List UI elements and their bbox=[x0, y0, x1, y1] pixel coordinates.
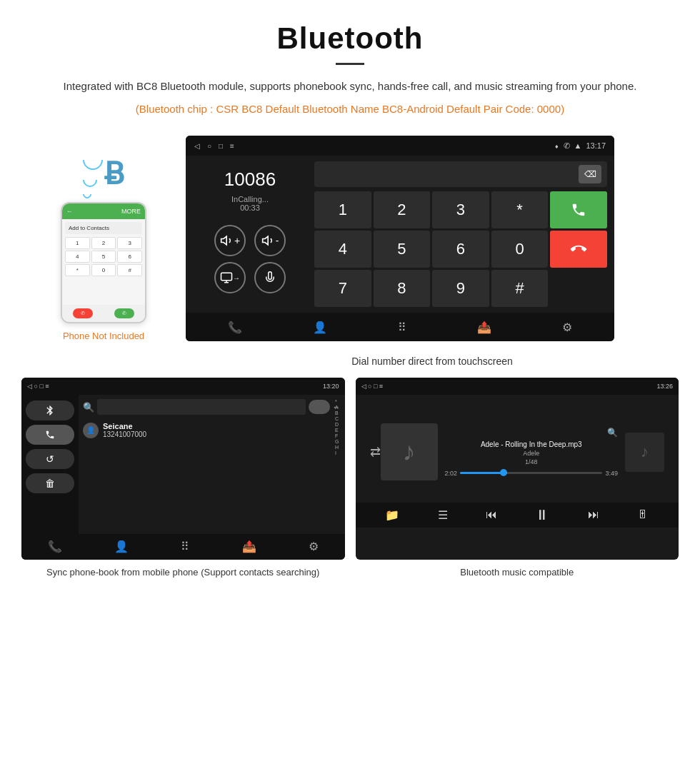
phone-end-btn[interactable]: ✆ bbox=[73, 308, 93, 318]
song-info: 🔍 Adele - Rolling In the Deep.mp3 Adele … bbox=[438, 428, 626, 477]
keypad-input-row: ⌫ bbox=[314, 161, 607, 187]
alpha-B: B bbox=[335, 410, 339, 415]
dial-main: 10086 InCalling... 00:33 + bbox=[186, 156, 614, 307]
pb-search-icon: 🔍 bbox=[83, 402, 94, 413]
end-call-btn[interactable] bbox=[550, 231, 607, 268]
pb-back-icon: ◁ ○ □ ≡ bbox=[27, 383, 49, 390]
nav-phone-icon[interactable]: 📞 bbox=[228, 321, 242, 334]
nav-contacts-icon[interactable]: 👤 bbox=[313, 321, 327, 334]
prev-icon[interactable]: ⏮ bbox=[486, 508, 497, 521]
phone-key[interactable]: * bbox=[65, 264, 90, 276]
music-caption: Bluetooth music compatible bbox=[356, 565, 679, 580]
volume-up-btn[interactable]: + bbox=[214, 225, 246, 256]
progress-bar[interactable] bbox=[460, 472, 602, 474]
key-8[interactable]: 8 bbox=[374, 270, 431, 307]
list-icon[interactable]: ☰ bbox=[438, 508, 448, 522]
dial-screen: ◁ ○ □ ≡ ⬧ ✆ ▲ 13:17 10086 InCalling... bbox=[186, 136, 614, 341]
alpha-G: G bbox=[335, 439, 339, 444]
pb-delete-icon[interactable]: 🗑 bbox=[26, 473, 74, 493]
search-icon-right[interactable]: 🔍 bbox=[445, 428, 619, 438]
folder-icon[interactable]: 📁 bbox=[385, 508, 399, 522]
keypad-grid: 1 2 3 * 4 5 6 0 bbox=[314, 191, 607, 307]
phone-key[interactable]: 6 bbox=[117, 251, 142, 263]
answer-btn[interactable] bbox=[550, 191, 607, 228]
pb-status-bar: ◁ ○ □ ≡ 13:20 bbox=[21, 378, 345, 395]
key-2[interactable]: 2 bbox=[374, 191, 431, 228]
key-9[interactable]: 9 bbox=[432, 270, 489, 307]
pb-content: 🔍 ← 👤 Seicane 13241007000 bbox=[79, 395, 345, 534]
shuffle-icon-left[interactable]: ⇄ bbox=[370, 444, 381, 460]
alpha-E: E bbox=[335, 428, 339, 433]
back-icon: ◁ bbox=[194, 142, 200, 150]
dial-screen-wrap: ◁ ○ □ ≡ ⬧ ✆ ▲ 13:17 10086 InCalling... bbox=[186, 136, 679, 341]
phone-top-bar: ← MORE bbox=[62, 203, 145, 219]
middle-section: Ƀ ← MORE Add to Contacts 1 2 3 4 5 6 * 0 bbox=[0, 128, 700, 348]
phone-key[interactable]: 2 bbox=[91, 237, 116, 249]
bluetooth-icon-area: Ƀ bbox=[83, 150, 125, 198]
page-header: Bluetooth Integrated with BC8 Bluetooth … bbox=[0, 0, 700, 128]
svg-marker-1 bbox=[262, 236, 268, 245]
nav-transfer-icon[interactable]: 📤 bbox=[477, 321, 491, 334]
bluetooth-symbol: Ƀ bbox=[104, 159, 125, 189]
pb-nav-settings[interactable]: ⚙ bbox=[309, 540, 319, 553]
pb-main: ↺ 🗑 🔍 ← 👤 Seicane bbox=[21, 395, 345, 534]
pb-nav-contact[interactable]: 👤 bbox=[114, 540, 129, 553]
phone-key[interactable]: 4 bbox=[65, 251, 90, 263]
pb-sync-icon[interactable]: ↺ bbox=[26, 449, 74, 469]
time-total: 3:49 bbox=[605, 470, 618, 477]
pb-time: 13:20 bbox=[323, 383, 339, 390]
eq-icon[interactable]: 🎚 bbox=[637, 508, 649, 521]
svg-rect-2 bbox=[221, 273, 232, 281]
phone-key[interactable]: 0 bbox=[91, 264, 116, 276]
page-title: Bluetooth bbox=[57, 21, 643, 56]
pb-search-bar[interactable] bbox=[97, 399, 306, 415]
pb-call-icon[interactable] bbox=[26, 425, 74, 445]
progress-row: 2:02 3:49 bbox=[445, 470, 619, 477]
call-icon: ✆ bbox=[564, 141, 570, 151]
pb-contact-item[interactable]: 👤 Seicane 13241007000 bbox=[83, 419, 341, 441]
volume-down-btn[interactable]: - bbox=[254, 225, 286, 256]
pb-nav-phone[interactable]: 📞 bbox=[48, 540, 62, 553]
key-star[interactable]: * bbox=[491, 191, 549, 228]
pb-search-row: 🔍 ← bbox=[83, 399, 341, 415]
phone-key[interactable]: 1 bbox=[65, 237, 90, 249]
dial-number: 10086 bbox=[224, 168, 276, 191]
dial-controls: + - bbox=[214, 225, 286, 256]
nav-settings-icon[interactable]: ⚙ bbox=[562, 321, 572, 334]
dial-status-bar: ◁ ○ □ ≡ ⬧ ✆ ▲ 13:17 bbox=[186, 136, 614, 156]
alpha-F: F bbox=[335, 433, 339, 438]
key-3[interactable]: 3 bbox=[432, 191, 489, 228]
next-icon[interactable]: ⏭ bbox=[588, 508, 599, 521]
transfer-btn[interactable]: → bbox=[214, 262, 246, 293]
pb-nav-keypad[interactable]: ⠿ bbox=[181, 540, 189, 553]
key-7[interactable]: 7 bbox=[314, 270, 371, 307]
key-5[interactable]: 5 bbox=[374, 231, 431, 268]
key-hash[interactable]: # bbox=[491, 270, 549, 307]
pb-bt-icon[interactable] bbox=[26, 400, 74, 420]
play-pause-icon[interactable]: ⏸ bbox=[535, 507, 549, 523]
phone-key[interactable]: # bbox=[117, 264, 142, 276]
music-note-large: ♪ bbox=[403, 437, 416, 467]
alpha-H: H bbox=[335, 445, 339, 450]
pb-nav-transfer[interactable]: 📤 bbox=[242, 540, 256, 553]
mute-btn[interactable] bbox=[254, 262, 286, 293]
phone-key[interactable]: 5 bbox=[91, 251, 116, 263]
music-controls: 📁 ☰ ⏮ ⏸ ⏭ 🎚 bbox=[356, 503, 679, 528]
key-0[interactable]: 0 bbox=[491, 231, 549, 268]
phone-more-icon: MORE bbox=[121, 208, 141, 215]
alpha-I: I bbox=[335, 450, 339, 455]
key-1[interactable]: 1 bbox=[314, 191, 371, 228]
phone-screen: Add to Contacts 1 2 3 4 5 6 * 0 # bbox=[62, 219, 145, 305]
alpha-D: D bbox=[335, 422, 339, 427]
phone-key[interactable]: 3 bbox=[117, 237, 142, 249]
key-4[interactable]: 4 bbox=[314, 231, 371, 268]
track-number: 1/48 bbox=[445, 458, 619, 465]
nav-keypad-icon[interactable]: ⠿ bbox=[398, 321, 406, 334]
header-spec: (Bluetooth chip : CSR BC8 Default Blueto… bbox=[57, 101, 643, 118]
bottom-section: ◁ ○ □ ≡ 13:20 bbox=[0, 367, 700, 590]
wave-medium bbox=[79, 170, 99, 190]
key-6[interactable]: 6 bbox=[432, 231, 489, 268]
phone-call-btn[interactable]: ✆ bbox=[114, 308, 134, 318]
backspace-btn[interactable]: ⌫ bbox=[579, 165, 601, 183]
phonebook-caption: Sync phone-book from mobile phone (Suppo… bbox=[21, 565, 345, 580]
